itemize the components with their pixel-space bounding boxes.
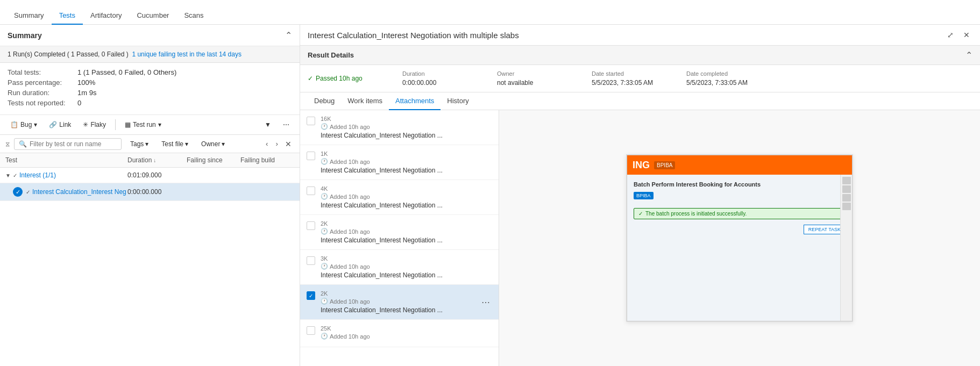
collapse-summary-button[interactable]: ⌃ [285,30,292,40]
attachment-checkbox-4[interactable] [307,221,315,230]
attachments-list: 16K 🕐Added 10h ago Interest Calculation_… [300,110,499,366]
sub-tab-attachments[interactable]: Attachments [389,92,441,110]
tags-filter-button[interactable]: Tags ▾ [126,138,153,150]
filter-input-wrap[interactable]: 🔍 [14,138,122,150]
preview-repeat-button[interactable]: REPEAT TASK [804,225,846,234]
sub-tab-history[interactable]: History [441,92,475,110]
bug-button[interactable]: 📋 Bug ▾ [5,118,42,131]
preview-success-bar: ✓ The batch process is initiated success… [634,208,846,219]
tab-tests[interactable]: Tests [52,7,83,25]
test-file-filter-button[interactable]: Test file ▾ [157,138,193,150]
owner-filter-button[interactable]: Owner ▾ [197,138,229,150]
attachment-checkbox-6[interactable] [307,291,315,300]
main-layout: Summary ⌃ 1 Run(s) Completed ( 1 Passed,… [0,25,980,366]
close-filter-button[interactable]: ✕ [282,139,294,149]
attachment-item[interactable]: 16K 🕐Added 10h ago Interest Calculation_… [300,110,499,145]
more-options-button[interactable]: ⋯ [278,118,294,131]
table-header: Test Duration ↓ Failing since Failing bu… [0,153,300,168]
flaky-button[interactable]: ✳ Flaky [78,118,111,131]
attachment-more-button[interactable]: ⋯ [479,296,492,308]
stat-label-pass: Pass percentage: [8,78,77,87]
stat-row-duration: Run duration: 1m 9s [8,89,292,97]
tab-cucumber[interactable]: Cucumber [129,7,176,25]
attachment-item[interactable]: 2K 🕐Added 10h ago Interest Calculation_I… [300,215,499,250]
bug-chevron-icon: ▾ [34,121,37,128]
clock-icon-4: 🕐 [321,228,328,235]
stat-value-total: 1 (1 Passed, 0 Failed, 0 Others) [77,68,176,76]
col-header-duration[interactable]: Duration ↓ [127,156,187,164]
expand-window-button[interactable]: ⤢ [945,29,956,41]
preview-logo-sub: BPIBA [654,161,675,169]
toolbar-separator [115,119,116,130]
attachment-info-3: 4K 🕐Added 10h ago Interest Calculation_I… [321,185,492,209]
sidebar-icon-2 [842,185,851,193]
meta-date-started: Date started 5/5/2023, 7:33:05 AM [592,70,678,87]
preview-area: ING BPIBA Batch Perform Interest Booking… [499,110,980,366]
attachment-name-1: Interest Calculation_Interest Negotiatio… [321,132,492,139]
attachment-meta-5: 🕐Added 10h ago [321,263,492,270]
sidebar-icon-4 [842,203,851,210]
tab-artifactory[interactable]: Artifactory [83,7,130,25]
stat-value-duration: 1m 9s [77,89,96,97]
test-run-button[interactable]: ▦ Test run ▾ [120,118,166,131]
toolbar: 📋 Bug ▾ 🔗 Link ✳ Flaky ▦ Test run ▾ ▼ [0,115,300,135]
tab-scans[interactable]: Scans [176,7,211,25]
pass-badge: ✓ Passed 10h ago [308,75,394,82]
owner-value: not available [497,79,583,87]
check-circle-icon: ✓ [308,75,313,82]
sub-tab-work-items[interactable]: Work items [341,92,389,110]
test-run-icon: ▦ [125,121,131,128]
filter-icon: ▼ [265,121,271,128]
attachment-size-6: 2K [321,290,474,297]
stat-value-not-reported: 0 [77,99,81,107]
attachment-checkbox-2[interactable] [307,152,315,160]
right-top-bar: Interest Calculation_Interest Negotiatio… [300,25,980,46]
next-button[interactable]: › [273,138,281,150]
date-started-value: 5/5/2023, 7:33:05 AM [592,79,678,87]
left-panel: Summary ⌃ 1 Run(s) Completed ( 1 Passed,… [0,25,300,366]
attachment-size-3: 4K [321,185,492,192]
tags-chevron-icon: ▾ [145,140,148,148]
more-icon: ⋯ [283,121,289,128]
success-check-icon: ✓ [638,211,643,217]
stat-label-total: Total tests: [8,68,77,76]
failing-test-link[interactable]: 1 unique failing test in the last 14 day… [132,51,241,58]
sub-tab-debug[interactable]: Debug [308,92,341,110]
stat-row-pass: Pass percentage: 100% [8,78,292,87]
clock-icon-5: 🕐 [321,263,328,270]
preview-body: Batch Perform Interest Booking for Accou… [627,175,852,231]
prev-button[interactable]: ‹ [262,138,271,150]
attachment-item[interactable]: 4K 🕐Added 10h ago Interest Calculation_I… [300,180,499,215]
check-icon: ✓ [16,189,20,196]
filter-row: ⧖ 🔍 Tags ▾ Test file ▾ Owner ▾ ‹ › ✕ [0,135,300,153]
link-button[interactable]: 🔗 Link [44,118,76,131]
test-run-chevron-icon: ▾ [158,121,161,128]
duration-label: Duration [402,70,488,77]
bug-icon: 📋 [10,121,18,128]
close-panel-button[interactable]: ✕ [961,29,972,41]
test-group-row[interactable]: ▼ ✓ Interest (1/1) 0:01:09.000 [0,168,300,183]
attachment-info-6: 2K 🕐Added 10h ago Interest Calculation_I… [321,290,474,314]
attachment-checkbox-3[interactable] [307,186,315,195]
search-input[interactable] [30,140,117,148]
clock-icon-7: 🕐 [321,333,328,340]
result-details-title: Result Details [308,51,354,59]
collapse-result-button[interactable]: ⌃ [965,50,972,60]
meta-duration: Duration 0:00:00.000 [402,70,488,87]
stats-section: Total tests: 1 (1 Passed, 0 Failed, 0 Ot… [0,63,300,115]
info-banner: 1 Run(s) Completed ( 1 Passed, 0 Failed … [0,46,300,63]
preview-mockup: ING BPIBA Batch Perform Interest Booking… [627,155,853,321]
attachment-item[interactable]: 25K 🕐Added 10h ago [300,320,499,347]
attachment-checkbox-1[interactable] [307,117,315,125]
tab-summary[interactable]: Summary [6,7,52,25]
filter-button[interactable]: ▼ [260,118,276,131]
attachment-item-selected[interactable]: 2K 🕐Added 10h ago Interest Calculation_I… [300,285,499,320]
attachment-checkbox-7[interactable] [307,326,315,335]
attachment-item[interactable]: 3K 🕐Added 10h ago Interest Calculation_I… [300,250,499,285]
item-duration: 0:00:00.000 [127,188,187,196]
attachment-checkbox-5[interactable] [307,256,315,265]
attachment-item[interactable]: 1K 🕐Added 10h ago Interest Calculation_I… [300,145,499,180]
attachment-meta-1: 🕐Added 10h ago [321,123,492,130]
test-item-row[interactable]: ✓ ✓ Interest Calculation_Interest Neg 0:… [0,183,300,201]
attachment-size-2: 1K [321,150,492,157]
